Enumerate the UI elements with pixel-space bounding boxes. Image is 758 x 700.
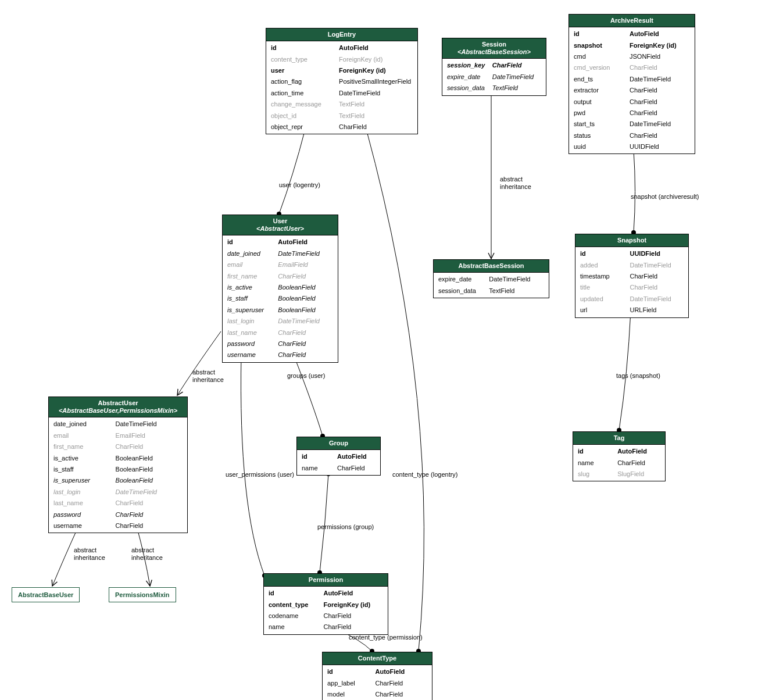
field-type: DateTimeField (630, 295, 684, 303)
field-row: session_keyCharField (442, 60, 546, 71)
edge-label-permissions-group: permissions (group) (317, 523, 374, 531)
field-name: content_type (269, 601, 324, 609)
field-name: id (302, 452, 337, 461)
field-type: BooleanField (278, 283, 333, 292)
field-type: CharField (630, 272, 684, 281)
edge-label-snapshot-archiveresult: snapshot (archiveresult) (631, 193, 699, 201)
field-row: expire_dateDateTimeField (442, 72, 546, 83)
field-name: is_staff (53, 465, 116, 474)
field-row: expire_dateDateTimeField (434, 274, 549, 285)
field-row: last_nameCharField (49, 498, 187, 509)
field-name: is_superuser (227, 306, 278, 315)
field-name: username (53, 522, 116, 530)
field-row: outputCharField (569, 97, 695, 108)
field-name: added (580, 261, 630, 270)
field-name: expire_date (447, 73, 492, 81)
field-type: CharField (630, 63, 690, 72)
field-type: CharField (337, 464, 376, 473)
field-name: first_name (53, 442, 116, 451)
field-row: passwordCharField (49, 509, 187, 520)
field-row: idAutoField (223, 237, 338, 248)
field-type: TextField (492, 84, 541, 92)
field-name: object_id (271, 112, 339, 120)
field-row: content_typeForeignKey (id) (266, 54, 417, 65)
model-logentry: LogEntry idAutoFieldcontent_typeForeignK… (266, 28, 418, 134)
model-title: Session (482, 41, 506, 48)
field-name: username (227, 351, 278, 359)
model-permission: Permission idAutoFieldcontent_typeForeig… (263, 573, 388, 635)
field-row: idAutoField (323, 666, 432, 677)
field-type: AutoField (376, 667, 427, 676)
field-name: snapshot (574, 41, 630, 50)
field-type: DateTimeField (278, 317, 333, 326)
field-name: last_name (53, 499, 116, 508)
model-snapshot: Snapshot idUUIDFieldaddedDateTimeFieldti… (575, 234, 689, 318)
field-name: is_staff (227, 294, 278, 303)
field-row: idAutoField (264, 588, 388, 599)
field-name: is_active (53, 454, 116, 463)
field-row: snapshotForeignKey (id) (569, 40, 695, 51)
field-row: is_staffBooleanField (223, 293, 338, 304)
model-title: AbstractUser (98, 399, 138, 406)
field-name: is_active (227, 283, 278, 292)
field-type: CharField (339, 123, 413, 131)
field-type: CharField (630, 283, 684, 292)
field-row: statusCharField (569, 130, 695, 141)
field-type: CharField (278, 328, 333, 337)
field-type: AutoField (630, 30, 690, 38)
field-row: modelCharField (323, 689, 432, 700)
field-row: session_dataTextField (434, 285, 549, 297)
field-row: action_flagPositiveSmallIntegerField (266, 76, 417, 87)
field-name: id (574, 30, 630, 38)
field-name: email (227, 260, 278, 269)
field-type: BooleanField (116, 476, 183, 485)
field-name: cmd (574, 52, 630, 61)
edge-label-content-type-logentry: content_type (logentry) (392, 471, 458, 478)
field-name: codename (269, 612, 324, 620)
field-type: UUIDField (630, 249, 684, 258)
field-type: DateTimeField (630, 75, 690, 84)
field-name: password (53, 510, 116, 519)
field-type: CharField (278, 351, 333, 359)
field-row: idAutoField (266, 42, 417, 53)
field-name: date_joined (53, 420, 116, 428)
field-row: emailEmailField (223, 259, 338, 270)
edge-label-abstract-inheritance-4: abstract inheritance (131, 547, 163, 562)
field-row: is_superuserBooleanField (49, 475, 187, 486)
field-type: BooleanField (278, 294, 333, 303)
field-type: PositiveSmallIntegerField (339, 77, 413, 86)
field-row: nameCharField (297, 463, 380, 474)
field-type: DateTimeField (339, 89, 413, 98)
field-type: EmailField (278, 260, 333, 269)
field-row: extractorCharField (569, 85, 695, 96)
model-abstractuser: AbstractUser <AbstractBaseUser,Permissio… (48, 397, 188, 533)
field-name: first_name (227, 272, 278, 281)
model-title: ContentType (358, 655, 396, 662)
field-type: CharField (630, 131, 690, 140)
field-row: slugSlugField (573, 469, 665, 480)
field-row: titleCharField (575, 282, 688, 293)
field-row: codenameCharField (264, 610, 388, 622)
field-type: CharField (324, 612, 383, 620)
field-name: status (574, 131, 630, 140)
field-name: name (302, 464, 337, 473)
field-name: change_message (271, 100, 339, 109)
field-name: end_ts (574, 75, 630, 84)
field-row: action_timeDateTimeField (266, 88, 417, 99)
field-type: DateTimeField (278, 249, 333, 258)
field-row: addedDateTimeField (575, 260, 688, 271)
field-name: cmd_version (574, 63, 630, 72)
field-name: slug (578, 470, 617, 478)
field-type: DateTimeField (492, 73, 541, 81)
edge-label-abstract-inheritance-3: abstract inheritance (74, 547, 105, 562)
edge-label-abstract-inheritance-1: abstract inheritance (500, 176, 531, 191)
field-name: session_data (438, 287, 489, 295)
field-type: BooleanField (278, 306, 333, 315)
field-type: JSONField (630, 52, 690, 61)
edge-label-abstract-inheritance-2: abstract inheritance (192, 369, 224, 384)
field-name: session_key (447, 61, 492, 70)
field-type: CharField (116, 442, 183, 451)
field-type: URLField (630, 306, 684, 315)
field-name: session_data (447, 84, 492, 92)
field-name: id (271, 44, 339, 52)
